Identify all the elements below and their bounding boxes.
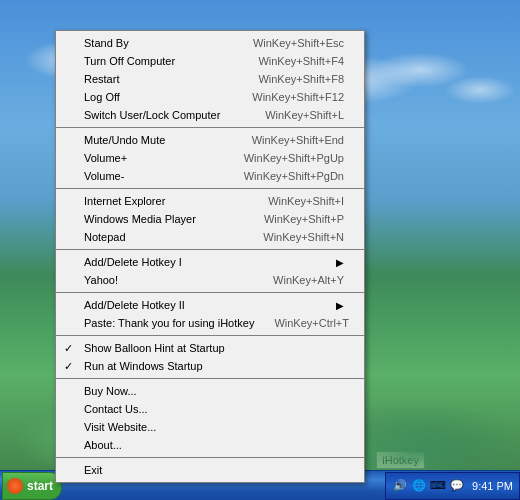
menu-item-shortcut: WinKey+Shift+PgDn — [244, 170, 344, 182]
menu-item-label: Visit Website... — [84, 421, 156, 433]
menu-item-notepad[interactable]: NotepadWinKey+Shift+N — [56, 228, 364, 246]
menu-item-label: Paste: Thank you for using iHotkey — [84, 317, 254, 329]
menu-item-label: Run at Windows Startup — [84, 360, 203, 372]
menu-item-arrow: ▶ — [336, 300, 344, 311]
menu-separator — [56, 378, 364, 379]
menu-item-shortcut: WinKey+Shift+I — [268, 195, 344, 207]
tray-icon-network[interactable]: 🌐 — [411, 478, 427, 494]
start-button[interactable]: start — [2, 472, 62, 500]
menu-item-adddelete2[interactable]: Add/Delete Hotkey II▶ — [56, 296, 364, 314]
menu-item-shortcut: WinKey+Shift+Esc — [253, 37, 344, 49]
menu-item-label: Exit — [84, 464, 102, 476]
menu-item-volumeup[interactable]: Volume+WinKey+Shift+PgUp — [56, 149, 364, 167]
menu-item-ie[interactable]: Internet ExplorerWinKey+Shift+I — [56, 192, 364, 210]
menu-item-standby[interactable]: Stand ByWinKey+Shift+Esc — [56, 34, 364, 52]
menu-item-label: Mute/Undo Mute — [84, 134, 165, 146]
menu-item-visitwebsite[interactable]: Visit Website... — [56, 418, 364, 436]
menu-separator — [56, 292, 364, 293]
menu-item-shortcut: WinKey+Shift+F8 — [258, 73, 344, 85]
menu-item-yahoo[interactable]: Yahoo!WinKey+Alt+Y — [56, 271, 364, 289]
menu-item-shortcut: WinKey+Shift+N — [263, 231, 344, 243]
menu-item-turnoff[interactable]: Turn Off ComputerWinKey+Shift+F4 — [56, 52, 364, 70]
menu-separator — [56, 127, 364, 128]
menu-item-label: Yahoo! — [84, 274, 118, 286]
menu-item-label: Buy Now... — [84, 385, 137, 397]
menu-item-label: Switch User/Lock Computer — [84, 109, 220, 121]
start-icon — [7, 478, 23, 494]
menu-item-label: About... — [84, 439, 122, 451]
menu-item-shortcut: WinKey+Alt+Y — [273, 274, 344, 286]
menu-item-shortcut: WinKey+Shift+PgUp — [244, 152, 344, 164]
menu-separator — [56, 188, 364, 189]
menu-item-label: Volume+ — [84, 152, 127, 164]
menu-item-showballoon[interactable]: Show Balloon Hint at Startup — [56, 339, 364, 357]
menu-item-restart[interactable]: RestartWinKey+Shift+F8 — [56, 70, 364, 88]
menu-item-volumedown[interactable]: Volume-WinKey+Shift+PgDn — [56, 167, 364, 185]
menu-item-about[interactable]: About... — [56, 436, 364, 454]
menu-item-runatstartup[interactable]: Run at Windows Startup — [56, 357, 364, 375]
menu-item-shortcut: WinKey+Shift+End — [252, 134, 344, 146]
menu-item-label: Volume- — [84, 170, 124, 182]
menu-item-label: Stand By — [84, 37, 129, 49]
ihotkey-tooltip: iHotkey — [376, 451, 425, 469]
menu-item-shortcut: WinKey+Shift+L — [265, 109, 344, 121]
menu-item-label: Windows Media Player — [84, 213, 196, 225]
menu-item-label: Log Off — [84, 91, 120, 103]
menu-item-label: Add/Delete Hotkey II — [84, 299, 185, 311]
menu-item-label: Internet Explorer — [84, 195, 165, 207]
menu-separator — [56, 249, 364, 250]
menu-item-paste[interactable]: Paste: Thank you for using iHotkeyWinKey… — [56, 314, 364, 332]
menu-item-label: Show Balloon Hint at Startup — [84, 342, 225, 354]
menu-item-label: Restart — [84, 73, 119, 85]
menu-item-shortcut: WinKey+Shift+P — [264, 213, 344, 225]
tray-icon-hotkey[interactable]: ⌨ — [430, 478, 446, 494]
desktop: Stand ByWinKey+Shift+EscTurn Off Compute… — [0, 0, 520, 500]
tray-time: 9:41 PM — [468, 480, 513, 492]
menu-item-arrow: ▶ — [336, 257, 344, 268]
start-label: start — [27, 479, 53, 493]
menu-item-shortcut: WinKey+Shift+F4 — [258, 55, 344, 67]
tray-icon-msg[interactable]: 💬 — [449, 478, 465, 494]
menu-item-adddelete1[interactable]: Add/Delete Hotkey I▶ — [56, 253, 364, 271]
menu-item-buynow[interactable]: Buy Now... — [56, 382, 364, 400]
menu-item-switchuser[interactable]: Switch User/Lock ComputerWinKey+Shift+L — [56, 106, 364, 124]
menu-item-wmp[interactable]: Windows Media PlayerWinKey+Shift+P — [56, 210, 364, 228]
menu-item-exit[interactable]: Exit — [56, 461, 364, 479]
menu-item-shortcut: WinKey+Ctrl+T — [274, 317, 349, 329]
menu-item-label: Add/Delete Hotkey I — [84, 256, 182, 268]
menu-item-label: Contact Us... — [84, 403, 148, 415]
menu-item-contactus[interactable]: Contact Us... — [56, 400, 364, 418]
system-tray: 🔊 🌐 ⌨ 💬 9:41 PM — [385, 472, 520, 500]
tray-icon-volume[interactable]: 🔊 — [392, 478, 408, 494]
menu-item-label: Notepad — [84, 231, 126, 243]
menu-separator — [56, 335, 364, 336]
menu-separator — [56, 457, 364, 458]
menu-item-shortcut: WinKey+Shift+F12 — [252, 91, 344, 103]
menu-item-label: Turn Off Computer — [84, 55, 175, 67]
menu-item-muteundo[interactable]: Mute/Undo MuteWinKey+Shift+End — [56, 131, 364, 149]
menu-item-logoff[interactable]: Log OffWinKey+Shift+F12 — [56, 88, 364, 106]
context-menu: Stand ByWinKey+Shift+EscTurn Off Compute… — [55, 30, 365, 483]
